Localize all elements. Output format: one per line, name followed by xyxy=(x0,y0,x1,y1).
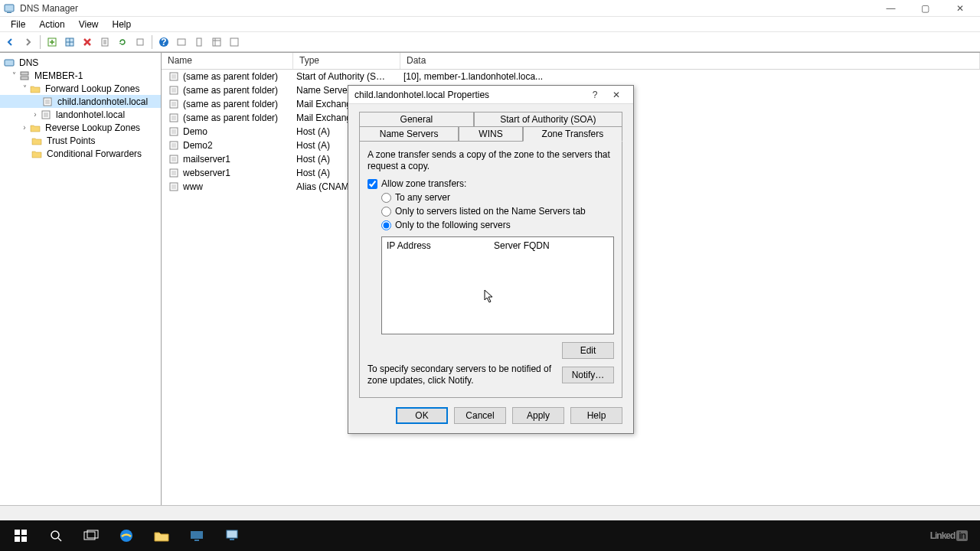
properties-dialog: child.landonhotel.local Properties ? ✕ G… xyxy=(348,85,634,434)
toolbar-delete-button[interactable] xyxy=(80,34,95,50)
allow-zone-transfers-checkbox[interactable] xyxy=(368,179,377,189)
start-button[interactable] xyxy=(3,520,38,551)
ok-button[interactable]: OK xyxy=(396,407,448,424)
record-icon xyxy=(168,126,180,138)
record-type: Start of Authority (SOA) xyxy=(290,71,397,82)
toolbar-export-button[interactable] xyxy=(132,34,148,50)
dialog-titlebar[interactable]: child.landonhotel.local Properties ? ✕ xyxy=(348,86,633,104)
taskbar-server-manager-icon[interactable] xyxy=(179,520,214,551)
record-name: (same as parent folder) xyxy=(183,85,278,96)
taskbar-explorer-icon[interactable] xyxy=(144,520,179,551)
svg-rect-28 xyxy=(15,536,20,542)
radio-any-server-label: To any server xyxy=(395,192,450,203)
svg-rect-14 xyxy=(21,77,28,80)
zone-icon xyxy=(41,96,54,108)
zone-transfer-description: A zone transfer sends a copy of the zone… xyxy=(368,149,614,172)
svg-rect-11 xyxy=(230,38,238,46)
server-list[interactable]: IP Address Server FQDN xyxy=(381,236,614,334)
svg-rect-37 xyxy=(227,530,237,538)
record-name: (same as parent folder) xyxy=(183,112,278,123)
expander-icon[interactable]: ˅ xyxy=(9,71,18,80)
record-icon xyxy=(168,167,180,179)
tab-zone-transfers[interactable]: Zone Transfers xyxy=(523,126,622,142)
help-button[interactable]: Help xyxy=(570,407,622,424)
notify-button[interactable]: Notify… xyxy=(562,367,614,383)
radio-name-servers-label: Only to servers listed on the Name Serve… xyxy=(395,206,586,217)
menu-bar: File Action View Help xyxy=(0,17,980,32)
dialog-help-button[interactable]: ? xyxy=(584,87,606,103)
tree-cond-fwd[interactable]: Conditional Forwarders xyxy=(0,147,161,160)
svg-rect-36 xyxy=(194,540,199,541)
menu-view[interactable]: View xyxy=(73,18,105,31)
tree-pane[interactable]: DNS ˅ MEMBER-1 ˅ Forward Lookup Zones ch… xyxy=(0,53,162,505)
record-icon xyxy=(168,98,180,110)
svg-text:?: ? xyxy=(161,37,166,47)
tree-flz[interactable]: ˅ Forward Lookup Zones xyxy=(0,82,161,95)
expander-icon[interactable]: ˅ xyxy=(20,84,29,93)
expander-icon[interactable]: › xyxy=(20,123,29,132)
tab-panel: A zone transfer sends a copy of the zone… xyxy=(359,141,622,398)
menu-file[interactable]: File xyxy=(5,18,31,31)
svg-rect-35 xyxy=(191,531,203,539)
toolbar-item-3[interactable] xyxy=(209,34,224,50)
radio-following-servers[interactable] xyxy=(381,220,391,230)
tree-zone-landon[interactable]: › landonhotel.local xyxy=(0,108,161,121)
svg-rect-26 xyxy=(15,530,20,535)
tab-soa[interactable]: Start of Authority (SOA) xyxy=(474,112,622,126)
server-icon xyxy=(18,70,31,82)
column-data[interactable]: Data xyxy=(400,53,980,69)
toolbar-item-1[interactable] xyxy=(174,34,189,50)
tree-trust[interactable]: Trust Points xyxy=(0,134,161,147)
dialog-title: child.landonhotel.local Properties xyxy=(354,90,584,100)
folder-icon xyxy=(31,148,43,160)
folder-icon xyxy=(29,83,41,95)
column-name[interactable]: Name xyxy=(162,53,293,69)
task-view-button[interactable] xyxy=(74,520,109,551)
window-maximize-button[interactable]: ▢ xyxy=(908,0,942,17)
tree-rlz[interactable]: › Reverse Lookup Zones xyxy=(0,121,161,134)
taskbar-search-button[interactable] xyxy=(38,520,74,551)
tree-trust-label: Trust Points xyxy=(45,135,97,146)
toolbar-properties-button[interactable] xyxy=(97,34,113,50)
tab-group: General Start of Authority (SOA) Name Se… xyxy=(359,112,622,398)
radio-following-servers-row: Only to the following servers xyxy=(381,220,614,230)
toolbar-item-4[interactable] xyxy=(227,34,242,50)
cancel-button[interactable]: Cancel xyxy=(454,407,506,424)
menu-action[interactable]: Action xyxy=(33,18,70,31)
radio-name-servers[interactable] xyxy=(381,207,391,217)
record-name: (same as parent folder) xyxy=(183,71,278,82)
tree-server[interactable]: ˅ MEMBER-1 xyxy=(0,69,161,82)
svg-rect-10 xyxy=(213,38,220,46)
edit-button[interactable]: Edit xyxy=(562,342,614,359)
column-type[interactable]: Type xyxy=(293,53,400,69)
tab-general[interactable]: General xyxy=(359,112,474,126)
toolbar-help-button[interactable]: ? xyxy=(156,34,172,50)
toolbar-separator xyxy=(152,35,152,49)
menu-help[interactable]: Help xyxy=(106,18,138,31)
tab-name-servers[interactable]: Name Servers xyxy=(359,126,459,141)
taskbar-dns-manager-icon[interactable] xyxy=(214,520,250,551)
apply-button[interactable]: Apply xyxy=(512,407,564,424)
taskbar-ie-icon[interactable] xyxy=(109,520,144,551)
radio-any-server[interactable] xyxy=(381,193,391,203)
expander-icon[interactable]: › xyxy=(31,110,40,119)
dialog-close-button[interactable]: ✕ xyxy=(606,87,627,103)
svg-line-31 xyxy=(58,538,61,541)
svg-rect-0 xyxy=(5,5,14,11)
list-row[interactable]: (same as parent folder)Start of Authorit… xyxy=(162,70,980,83)
tree-root-dns[interactable]: DNS xyxy=(0,56,161,69)
dns-app-icon xyxy=(3,2,15,15)
toolbar-refresh-button[interactable] xyxy=(115,34,130,50)
column-server-fqdn: Server FQDN xyxy=(494,240,550,251)
toolbar-forward-button[interactable] xyxy=(21,34,36,50)
toolbar-new-button[interactable] xyxy=(44,34,60,50)
record-name: (same as parent folder) xyxy=(183,99,278,109)
toolbar-grid-button[interactable] xyxy=(62,34,77,50)
window-minimize-button[interactable]: — xyxy=(874,0,908,17)
tree-zone-child[interactable]: child.landonhotel.local xyxy=(0,95,161,108)
toolbar-back-button[interactable] xyxy=(3,34,18,50)
tab-wins[interactable]: WINS xyxy=(459,126,523,141)
tree-server-label: MEMBER-1 xyxy=(33,70,84,81)
toolbar-item-2[interactable] xyxy=(191,34,207,50)
window-close-button[interactable]: ✕ xyxy=(942,0,977,17)
